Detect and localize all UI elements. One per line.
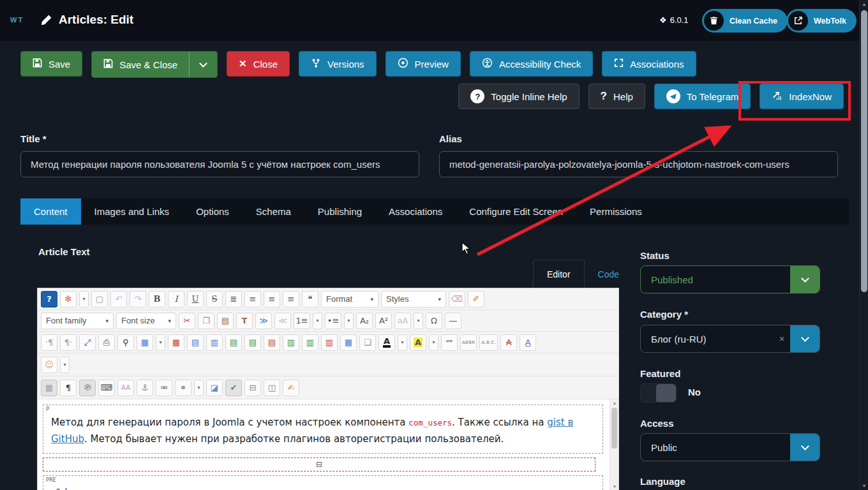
close-button[interactable]: ✕ Close <box>227 51 290 77</box>
webtolk-button[interactable]: WebTolk <box>786 9 857 33</box>
status-select[interactable]: Published <box>640 265 820 293</box>
redo-icon[interactable]: ↷ <box>130 291 146 308</box>
scroll-down-icon[interactable]: ▼ <box>610 484 619 489</box>
editor-content[interactable]: P Метод для генерации пароля в Joomla с … <box>38 399 618 490</box>
pre-block[interactable]: PRE <?php use Joomla\CMS\Component\Compo… <box>43 475 603 490</box>
table-icon[interactable]: ▦ <box>137 334 153 351</box>
alias-input[interactable] <box>439 151 838 177</box>
clean-code-icon[interactable]: ✐ <box>468 291 484 308</box>
article-index-icon[interactable]: ◫ <box>264 380 280 396</box>
table-properties-icon[interactable]: ▦ <box>340 334 357 351</box>
tab-options[interactable]: Options <box>183 198 243 225</box>
deleted-text-icon[interactable]: A <box>500 334 517 351</box>
abbreviation-icon[interactable]: ABBR <box>460 334 477 351</box>
show-borders-icon[interactable]: ▦ <box>41 380 57 396</box>
delete-column-icon[interactable]: ▥ <box>321 334 338 351</box>
new-document-icon[interactable]: ▢ <box>91 291 108 308</box>
table-cell-properties-icon[interactable]: ▥ <box>206 334 223 351</box>
tab-content[interactable]: Content <box>20 198 81 225</box>
paragraph-rtl-icon[interactable]: ¶· <box>60 334 77 351</box>
cut-icon[interactable]: ✂ <box>179 313 195 329</box>
blockquote-icon[interactable]: ❝ <box>302 291 318 308</box>
bold-icon[interactable]: B <box>149 291 165 308</box>
justify-center-icon[interactable]: ≡ <box>244 291 261 308</box>
tab-publishing[interactable]: Publishing <box>304 198 375 225</box>
bullet-list-icon[interactable]: •≡ <box>325 313 341 329</box>
readmore-break[interactable]: ⊟ <box>43 457 595 471</box>
nonbreaking-icon[interactable]: ⌨ <box>98 380 115 396</box>
joomla-plugin-icon[interactable]: ✻ <box>60 291 77 308</box>
readmore-icon[interactable]: ⊟ <box>244 380 261 396</box>
tab-editor[interactable]: Editor <box>533 260 585 288</box>
paste-icon[interactable]: ▤ <box>217 313 234 329</box>
link-icon[interactable]: ⚭ <box>175 380 191 396</box>
versions-button[interactable]: Versions <box>299 51 377 77</box>
access-select[interactable]: Public <box>640 433 820 461</box>
inserted-text-icon[interactable]: A <box>520 334 536 351</box>
font-family-select[interactable]: Font family▾ <box>41 313 114 329</box>
justify-left-icon[interactable]: ≡ <box>264 291 280 308</box>
case-change-icon-caret[interactable]: ▾ <box>414 313 423 329</box>
page-scrollbar[interactable]: ▲ ▼ <box>859 0 868 490</box>
insert-row-after-icon[interactable]: ▤ <box>244 334 261 351</box>
superscript-icon[interactable]: A² <box>375 313 392 329</box>
paragraph-block[interactable]: P Метод для генерации пароля в Joomla с … <box>43 405 603 454</box>
justify-right-icon[interactable]: ≡ <box>283 291 299 308</box>
horizontal-rule-icon[interactable]: — <box>445 313 461 329</box>
unlink-icon[interactable]: ⚮ <box>156 380 172 396</box>
copy-icon[interactable]: ❐ <box>198 313 214 329</box>
font-size-select[interactable]: Font size▾ <box>116 313 176 329</box>
print-icon[interactable]: ⎙ <box>98 334 115 351</box>
case-change-icon[interactable]: aA <box>394 313 411 329</box>
underline-icon[interactable]: U <box>187 291 204 308</box>
ordered-list-icon-caret[interactable]: ▾ <box>313 313 322 329</box>
fullscreen-icon[interactable]: ⤢ <box>79 334 96 351</box>
chevron-down-icon[interactable] <box>790 266 819 293</box>
insert-column-after-icon[interactable]: ▥ <box>302 334 318 351</box>
joomla-plugin-icon-caret[interactable]: ▾ <box>79 291 89 308</box>
delete-row-icon[interactable]: ▤ <box>264 334 280 351</box>
tab-configure-edit-screen[interactable]: Configure Edit Screen <box>456 198 576 225</box>
show-blocks-icon[interactable]: ¶ <box>60 380 77 396</box>
editor-scrollbar[interactable]: ▲ ▼ <box>610 399 618 490</box>
to-telegram-button[interactable]: To Telegram <box>654 84 751 109</box>
font-select-icon[interactable]: AA <box>117 380 134 396</box>
editor-scrollbar-thumb[interactable] <box>611 408 617 449</box>
italic-icon[interactable]: I <box>168 291 184 308</box>
special-character-icon[interactable]: Ω <box>426 313 442 329</box>
accessibility-check-button[interactable]: Accessibility Check <box>470 51 593 77</box>
visual-aid-icon[interactable]: ℗ <box>79 380 96 396</box>
delete-table-icon[interactable]: ▦ <box>168 334 184 351</box>
save-and-close-button[interactable]: Save & Close <box>92 52 189 77</box>
paragraph-ltr-icon[interactable]: ·¶ <box>41 334 57 351</box>
help-button[interactable]: ? Help <box>588 84 645 109</box>
annotate-icon[interactable]: ✍ <box>283 380 299 396</box>
tab-schema[interactable]: Schema <box>243 198 304 225</box>
tab-associations[interactable]: Associations <box>375 198 456 225</box>
bullet-list-icon-caret[interactable]: ▾ <box>344 313 354 329</box>
save-button[interactable]: Save <box>20 51 82 77</box>
justify-full-icon[interactable]: ≣ <box>225 291 242 308</box>
find-replace-icon[interactable]: ⚲ <box>117 334 134 351</box>
image-icon[interactable]: ◪ <box>206 380 223 396</box>
preview-button[interactable]: Preview <box>385 51 461 77</box>
link-icon-caret[interactable]: ▾ <box>194 380 204 396</box>
table-row-properties-icon[interactable]: ▤ <box>187 334 204 351</box>
subscript-icon[interactable]: A₂ <box>356 313 373 329</box>
toggle-inline-help-button[interactable]: ? Toggle Inline Help <box>458 84 579 109</box>
strikethrough-icon[interactable]: S <box>206 291 223 308</box>
remove-category-icon[interactable]: × <box>774 325 790 352</box>
insert-row-before-icon[interactable]: ▤ <box>225 334 242 351</box>
ordered-list-icon[interactable]: 1≡ <box>294 313 310 329</box>
anchor-icon[interactable]: ⚓ <box>137 380 153 396</box>
scroll-up-icon[interactable]: ▲ <box>860 2 868 6</box>
highlight-color-icon[interactable]: A <box>410 334 426 351</box>
quotes-icon[interactable]: ❝❞ <box>441 334 458 351</box>
scroll-down-icon[interactable]: ▼ <box>860 484 868 488</box>
page-scrollbar-thumb[interactable] <box>861 10 867 292</box>
text-color-icon-caret[interactable]: ▾ <box>398 334 407 351</box>
format-select[interactable]: Format▾ <box>321 291 378 308</box>
scroll-up-icon[interactable]: ▲ <box>610 401 619 405</box>
clean-cache-button[interactable]: Clean Cache <box>702 9 788 33</box>
save-options-dropdown[interactable] <box>189 52 217 77</box>
